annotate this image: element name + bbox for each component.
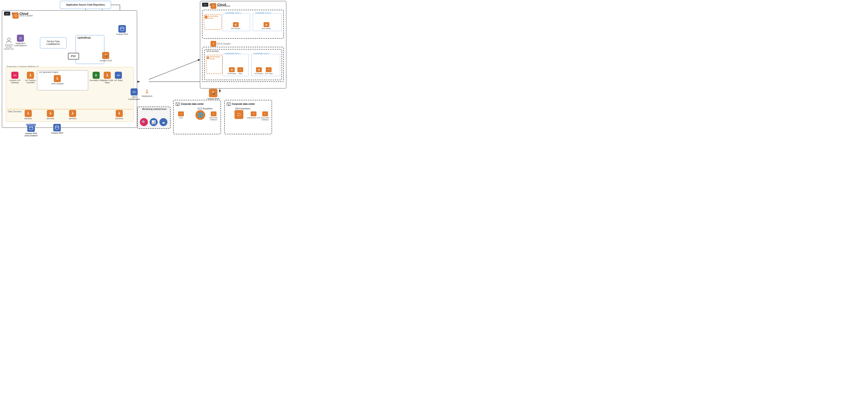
ecs-anywhere-globe-icon: 🌐 <box>195 110 205 120</box>
autoscaling-label-eks: AutoScaling Group <box>208 15 221 19</box>
monitoring-icons-row: 🔍 📊 ☁ <box>140 118 167 126</box>
service2-label: Service2 <box>46 117 54 120</box>
ecs-anywhere-label: ECS Anywhere <box>198 107 213 110</box>
corp-dc-right-label: Corporate data center <box>232 103 255 105</box>
eks-node2-icon: ▦ <box>264 22 269 27</box>
autoscaling-label-ecs: AutoScaling Group <box>209 56 222 60</box>
rds-proxy-badge: RDS Proxy <box>26 124 36 126</box>
data-services-label: Data Services <box>8 110 22 113</box>
eks-cluster-label-left: EKS Cluster <box>20 14 33 17</box>
deployment-yml-area: ≡ Deployment .yml <box>247 112 260 119</box>
svg-point-36 <box>29 126 33 128</box>
ecs-az1-box: Availability Zone 1 ▦ EC2Nodes ≡ Task <box>222 54 249 76</box>
amazon-ecr-label: Amazon ECR <box>100 60 112 62</box>
service3-icon: λ <box>69 110 76 117</box>
pvc-box: PVC <box>68 53 79 60</box>
eks-az2-box: Availability Zone 2 ▦ EKS Nodes <box>253 13 282 31</box>
ecs-az2-label: Availability Zone 2 <box>253 52 270 55</box>
alb-icon-area: ⚖ Application Load Balancer <box>14 35 27 47</box>
ecs-dashed-box: ECS service Availability Zone 1 ▦ EC2Nod… <box>202 47 284 82</box>
ecp-box: IAC generator Engine λ AWS Lambda </> Am… <box>6 67 134 109</box>
svg-rect-40 <box>178 103 179 104</box>
aws-lambda-iac-label: AWS Lambda <box>51 83 63 85</box>
eks-anywhere-icon: ⬡ <box>235 110 243 119</box>
ec2nodes2-label: EC2Nodes <box>255 72 264 74</box>
enterprise-user-label: Enterprise DevOps UpShift User <box>3 44 14 50</box>
service1-icon: λ <box>25 110 32 117</box>
ecs-task1-box: ≡ Task <box>237 67 243 74</box>
ec2nodes2-box: ▦ EC2Nodes <box>255 67 264 74</box>
iac-repo-area: </> IAC Repo <box>112 72 125 82</box>
svg-line-23 <box>149 60 200 80</box>
amazon-ecr-area: 📦 Amazon ECR <box>99 52 112 62</box>
codepipeline-label: AWS CodePipeline <box>127 96 141 100</box>
corp-dc-left-box: Corporate data center ECS Anywhere ≡ Tas… <box>173 100 221 134</box>
svg-rect-41 <box>177 104 178 106</box>
ecs-task1-label: Task <box>239 72 242 74</box>
baremetal2-icon: ≡ <box>262 112 268 116</box>
baremetal2-label: Baremetal /VMWare <box>258 117 272 121</box>
eks-cluster-right-header: ⬡ EKS Cluster <box>211 3 230 9</box>
upshift-pods-label: UpShiftPods <box>78 37 91 39</box>
codepipeline-area: </> AWS CodePipeline <box>127 88 141 100</box>
amazon-ecr-right-label: Amazon ECR <box>207 98 219 100</box>
ecr-icon: 📦 <box>102 52 109 59</box>
service3-area: λ Service3 <box>66 110 79 120</box>
monitoring-label: Monitoring tools/services <box>140 108 169 110</box>
eks-autoscaling-box: ⬡ AutoScaling Group <box>204 14 222 30</box>
ecs-task2-box: ≡ ECS Task <box>265 67 273 74</box>
corp-dc-left-header: Corporate data center <box>176 102 204 106</box>
svg-rect-45 <box>228 104 229 106</box>
service-type-lb-box: Service-Type LoadBalancer <box>40 37 67 49</box>
alb-label: Application Load Balancer <box>14 42 27 47</box>
aws-cloud-left: aws AWS Cloud ⬡ EKS Cluster Enterprise D… <box>2 10 137 128</box>
deployment-yml-icon: ≡ <box>251 112 256 116</box>
ecs-task2-icon: ≡ <box>266 67 272 72</box>
rds-bottom-icon <box>53 124 61 131</box>
eks-cluster-label-right: EKS Cluster <box>217 5 230 7</box>
building-icon-left <box>176 102 180 106</box>
iac-factory-area: λ IAC Factory controller <box>24 72 37 84</box>
eks-node1-box: ▦ EKS Nodes <box>231 22 240 30</box>
api-gateway-area: </> Amazon API Gateway <box>8 72 22 84</box>
repo-box: Application Source Code Repository <box>60 1 111 9</box>
rds-proxy-label: RDS Proxy <box>27 124 35 126</box>
rds-proxy-instance-area: RDS Proxy Amazon RDS proxy instance <box>24 124 38 137</box>
ecs-autoscaling-icon: ⬡ <box>207 56 209 59</box>
diagram-container: Application Source Code Repository aws A… <box>0 0 289 137</box>
aws-logo-right-text: aws <box>204 4 207 5</box>
svg-point-37 <box>55 126 59 127</box>
iac-repo-label: IAC Repo <box>114 79 123 82</box>
ecs-az1-label: Availability Zone 1 <box>224 52 241 55</box>
iac-factory-label: IAC Factory controller <box>24 79 37 84</box>
codepipeline-icon: </> <box>130 88 138 95</box>
ecs-cluster-header: ≡ ECS Cluster <box>211 41 231 47</box>
alb-icon: ⚖ <box>17 35 24 42</box>
amazon-rds-top-area: Amazon RDS <box>116 25 129 35</box>
corp-dc-right-header: Corporate data center <box>226 102 255 106</box>
service2-icon: λ <box>47 110 54 117</box>
building-icon-right <box>226 102 231 106</box>
eks-anywhere-label: EKS Anywhere <box>236 107 250 110</box>
eks-dashed-box: Availability Zone 1 ▦ EKS Nodes Availabi… <box>202 10 284 39</box>
ecs-icon: ≡ <box>211 41 216 47</box>
amazon-ecr-right-area: 📦 Amazon ECR <box>207 89 220 100</box>
ecs-autoscaling-header: ⬡ AutoScaling Group <box>207 56 222 60</box>
rds-proxy-instance-label: Amazon RDS proxy instance <box>24 132 38 137</box>
enterprise-user-area: Enterprise DevOps UpShift User <box>3 37 14 50</box>
baremetal1-icon: ≡ <box>211 112 217 116</box>
serviceX-icon: λ <box>116 110 123 117</box>
svg-point-33 <box>7 38 10 41</box>
svg-rect-44 <box>229 103 230 104</box>
baremetal1-label: Baremetal /VMWare <box>207 117 220 121</box>
aws-cloud-right: aws AWS Cloud ⬡ EKS Cluster Availability… <box>200 1 286 89</box>
deployment-icon <box>144 88 151 95</box>
deployment-label: Deployment <box>142 95 152 97</box>
ecs-service-box: ECS service Availability Zone 1 ▦ EC2Nod… <box>204 49 282 80</box>
monitoring-icon-pink: 🔍 <box>140 118 148 126</box>
autoscaling-icon: ⬡ <box>205 16 207 19</box>
monitoring-icon-blue1: 📊 <box>150 118 158 126</box>
ecs-cluster-label: ECS Cluster <box>217 42 231 45</box>
aws-logo-text: aws <box>6 13 8 14</box>
amazon-rds-bottom-area: Amazon RDS <box>51 124 63 134</box>
